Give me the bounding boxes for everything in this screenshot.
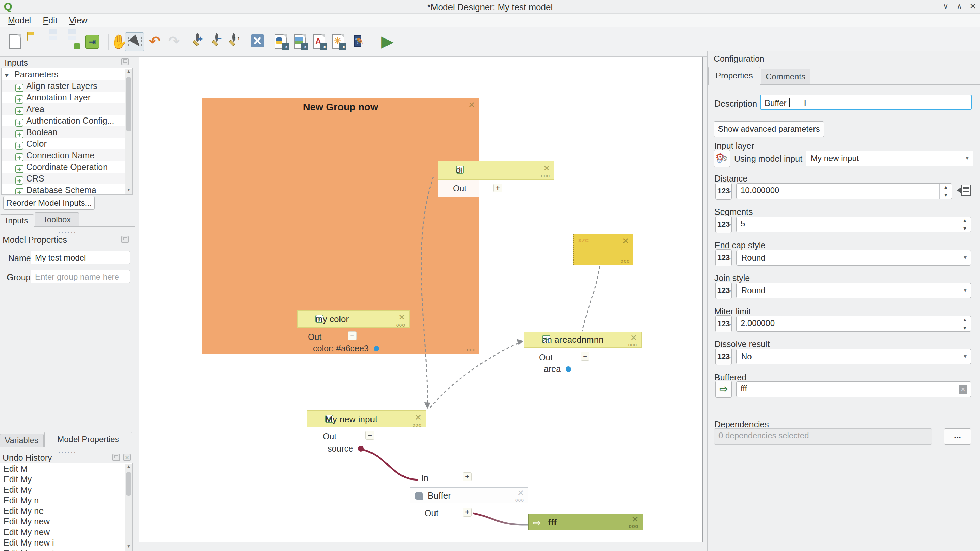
pan-tool-button[interactable]: ✋: [107, 32, 126, 51]
tab-comments[interactable]: Comments: [761, 69, 810, 85]
comment-close-icon[interactable]: ✕: [622, 236, 629, 246]
dissolve-dropdown[interactable]: No ▾: [736, 349, 971, 365]
select-tool-button[interactable]: [125, 32, 144, 51]
tree-item[interactable]: ＋Boolean: [2, 126, 132, 138]
undo-button[interactable]: ↶: [146, 32, 165, 51]
socket-dot-source[interactable]: [358, 446, 364, 452]
export-python-button[interactable]: ⇥: [271, 32, 290, 51]
node-links-icon[interactable]: ooo: [541, 173, 550, 178]
spinner[interactable]: ▲▼: [939, 183, 952, 199]
node-close-icon[interactable]: ✕: [632, 514, 638, 524]
node-close-icon[interactable]: ✕: [415, 413, 422, 422]
tree-item[interactable]: ＋Coordinate Operation: [2, 161, 132, 173]
scroll-up-icon[interactable]: ▲: [125, 464, 132, 471]
scroll-up-icon[interactable]: ▲: [125, 69, 132, 76]
tree-scrollbar[interactable]: ▲ ▼: [125, 69, 132, 194]
collapse-arrow-icon[interactable]: ▼: [2, 70, 12, 81]
comment-resize-handle[interactable]: ooo: [621, 258, 630, 264]
socket-dot[interactable]: [566, 366, 571, 372]
undo-history-close-icon[interactable]: ✕: [123, 454, 131, 461]
open-model-button[interactable]: [24, 32, 44, 51]
collapse-toggle[interactable]: −: [581, 352, 589, 361]
node-close-icon[interactable]: ✕: [398, 313, 405, 322]
tree-item[interactable]: ＋Annotation Layer: [2, 92, 132, 103]
input-layer-dropdown[interactable]: My new input ▾: [806, 151, 973, 166]
node-links-icon[interactable]: ooo: [628, 342, 637, 347]
tree-item[interactable]: ＋CRS: [2, 173, 132, 184]
save-model-as-button[interactable]: [62, 32, 81, 51]
collapse-toggle[interactable]: −: [348, 331, 356, 340]
join-style-dropdown[interactable]: Round ▾: [736, 283, 971, 298]
export-pdf-button[interactable]: A ⇥: [310, 32, 329, 51]
model-properties-detach-icon[interactable]: [121, 236, 129, 243]
expand-toggle[interactable]: +: [463, 472, 472, 481]
reorder-model-inputs-button[interactable]: Reorder Model Inputs...: [3, 196, 95, 210]
tree-item[interactable]: ＋Authentication Config...: [2, 115, 132, 126]
spinner[interactable]: ▲▼: [959, 316, 971, 331]
iterate-button[interactable]: ⚙ ⚙ ⚙: [714, 150, 730, 167]
inputs-detach-icon[interactable]: [121, 58, 129, 65]
scrollbar-thumb[interactable]: [126, 77, 131, 131]
miter-limit-field[interactable]: 2.000000 ▲▼: [736, 316, 971, 332]
distance-field[interactable]: 10.000000 ▲▼: [736, 183, 952, 199]
help-button[interactable]: ?: [352, 32, 371, 51]
node-links-icon[interactable]: ooo: [515, 497, 524, 503]
output-type-button[interactable]: ⇨: [716, 381, 732, 398]
tree-item[interactable]: ＋Database Schema: [2, 184, 132, 195]
tab-model-properties[interactable]: Model Properties: [44, 432, 132, 447]
scroll-down-icon[interactable]: ▼: [125, 187, 132, 194]
comment-box[interactable]: xzc ✕ ooo: [573, 234, 633, 265]
end-cap-type-button[interactable]: 123: [716, 249, 732, 266]
expand-toggle[interactable]: +: [463, 508, 472, 517]
node-close-icon[interactable]: ✕: [517, 488, 524, 498]
close-button[interactable]: ✕: [967, 2, 978, 11]
zoom-in-button[interactable]: +: [193, 32, 212, 51]
undo-item[interactable]: Edit My ne: [0, 506, 132, 516]
join-style-type-button[interactable]: 123: [716, 282, 732, 299]
zoom-actual-button[interactable]: 1:1: [229, 32, 248, 51]
undo-history-detach-icon[interactable]: [112, 454, 120, 461]
minimize-button[interactable]: ∨: [940, 2, 951, 11]
undo-item[interactable]: Edit My new: [0, 527, 132, 537]
tree-item[interactable]: ＋Area: [2, 103, 132, 115]
dissolve-type-button[interactable]: 123: [716, 348, 732, 365]
buffered-output-field[interactable]: fff ✕: [736, 381, 971, 397]
tree-item[interactable]: ＋Color: [2, 138, 132, 150]
new-model-button[interactable]: [5, 32, 24, 51]
scrollbar-thumb[interactable]: [126, 472, 131, 496]
socket-dot[interactable]: [374, 346, 379, 352]
end-cap-dropdown[interactable]: Round ▾: [736, 250, 971, 266]
data-defined-override-button[interactable]: [958, 185, 971, 198]
spinner[interactable]: ▲▼: [959, 217, 971, 232]
maximize-button[interactable]: ∧: [953, 2, 965, 11]
name-field[interactable]: My test model: [31, 251, 130, 264]
segments-type-button[interactable]: 123: [716, 216, 732, 233]
node-fff-output[interactable]: ⇨ fff ✕ ooo: [528, 514, 643, 530]
redo-button[interactable]: ↷: [165, 32, 185, 51]
collapse-toggle[interactable]: −: [365, 431, 374, 440]
save-model-button[interactable]: [43, 32, 62, 51]
export-svg-button[interactable]: ✳ ⇥: [329, 32, 348, 51]
model-canvas[interactable]: New Group now ✕ ooo ＋ di ✕ ooo Out +: [139, 57, 703, 542]
export-image-button[interactable]: ⇥: [290, 32, 310, 51]
description-field[interactable]: BufferI: [760, 95, 972, 110]
tree-item[interactable]: ＋Connection Name: [2, 150, 132, 161]
export-model-image-button[interactable]: ⇥: [83, 32, 102, 51]
zoom-out-button[interactable]: −: [212, 32, 231, 51]
tab-variables[interactable]: Variables: [0, 434, 44, 447]
tree-item[interactable]: ＋Align raster Layers: [2, 80, 132, 92]
tab-toolbox[interactable]: Toolbox: [35, 212, 79, 227]
show-advanced-parameters-button[interactable]: Show advanced parameters: [714, 121, 824, 137]
menu-edit[interactable]: Edit: [38, 14, 63, 27]
dependencies-browse-button[interactable]: ...: [944, 428, 971, 445]
node-close-icon[interactable]: ✕: [630, 333, 637, 342]
menu-model[interactable]: Model: [3, 14, 36, 27]
node-links-icon[interactable]: ooo: [628, 524, 638, 529]
node-links-icon[interactable]: ooo: [396, 322, 405, 328]
zoom-full-button[interactable]: [248, 32, 267, 51]
undo-item[interactable]: Edit M: [0, 463, 132, 474]
run-model-button[interactable]: ▶: [377, 32, 396, 51]
node-close-icon[interactable]: ✕: [543, 164, 550, 173]
segments-field[interactable]: 5 ▲▼: [736, 217, 971, 232]
expand-toggle[interactable]: +: [493, 183, 502, 193]
